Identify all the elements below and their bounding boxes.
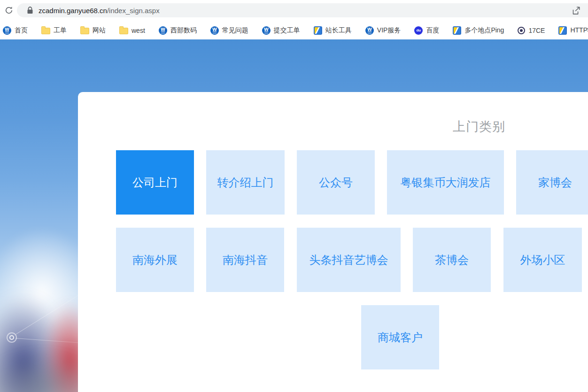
bookmark-baidu[interactable]: 百度 (414, 26, 439, 35)
reload-icon (4, 6, 14, 15)
category-tile-toutiao-douyin-art-expo[interactable]: 头条抖音艺博会 (297, 228, 401, 292)
baidu-paw-icon (414, 26, 423, 35)
bookmark-label: 网站 (93, 26, 106, 35)
bookmark-west-digital[interactable]: 西部数码 (159, 26, 197, 35)
share-button[interactable] (569, 4, 582, 17)
bookmark-website-folder[interactable]: 网站 (80, 26, 106, 35)
map-target-marker (7, 332, 17, 343)
bookmark-vip-service[interactable]: VIP服务 (365, 26, 401, 35)
bookmark-label: 首页 (15, 26, 28, 35)
west-wave-icon (3, 26, 11, 35)
west-wave-icon (365, 26, 374, 35)
bookmark-label: VIP服务 (377, 26, 401, 35)
page-title: 上门类别 (399, 118, 559, 135)
browser-toolbar: zcadmin.ganyue68.cn/index_sign.aspx (0, 0, 588, 21)
category-tile-mall-customer[interactable]: 商城客户 (361, 305, 439, 369)
bookmark-label: 工单 (54, 26, 67, 35)
bookmark-webmaster-tools[interactable]: 站长工具 (314, 26, 352, 35)
bookmark-faq[interactable]: 常见问题 (210, 26, 248, 35)
category-card: 上门类别 公司上门 转介绍上门 公众号 粤银集币大润发店 家博会 南海外展 南海… (78, 92, 588, 392)
bookmark-17ce[interactable]: 17CE (518, 26, 545, 34)
bookmark-multi-ping[interactable]: 多个地点Ping (453, 26, 504, 35)
bookmark-label: 常见问题 (222, 26, 248, 35)
west-wave-icon (262, 26, 271, 35)
bookmark-label: 百度 (426, 26, 439, 35)
bookmark-label: west (132, 27, 145, 34)
category-tile-outdoor-community[interactable]: 外场小区 (503, 228, 582, 292)
chinaz-icon (314, 26, 322, 35)
bookmark-label: 提交工单 (274, 26, 300, 35)
category-tile-yueyin-darunfa-store[interactable]: 粤银集币大润发店 (387, 150, 504, 215)
category-tile-referral-visit[interactable]: 转介绍上门 (206, 150, 285, 215)
bookmarks-bar: 首页 工单 网站 west 西部数码 常见问题 提交工单 站长工具 VIP服务 … (0, 21, 588, 39)
bookmark-http-status[interactable]: HTTP状 (558, 26, 588, 35)
lock-icon (27, 7, 33, 14)
category-tile-nanhai-douyin[interactable]: 南海抖音 (206, 228, 284, 292)
bookmark-label: 17CE (528, 27, 545, 34)
category-tile-tea-expo[interactable]: 茶博会 (413, 228, 491, 292)
bookmark-home[interactable]: 首页 (3, 26, 28, 35)
page-background: 上门类别 公司上门 转介绍上门 公众号 粤银集币大润发店 家博会 南海外展 南海… (0, 39, 588, 392)
url-bar[interactable]: zcadmin.ganyue68.cn/index_sign.aspx (17, 3, 588, 17)
category-tile-company-visit[interactable]: 公司上门 (116, 150, 194, 215)
url-host: zcadmin.ganyue68.cn (39, 7, 107, 15)
chinaz-icon (558, 26, 567, 35)
west-wave-icon (159, 26, 167, 35)
category-tile-official-account[interactable]: 公众号 (297, 150, 375, 215)
bookmark-label: 站长工具 (325, 26, 352, 35)
eye-icon (518, 27, 525, 34)
bookmark-submit-ticket[interactable]: 提交工单 (262, 26, 300, 35)
folder-icon (41, 28, 50, 34)
bookmark-west-folder[interactable]: west (119, 26, 145, 34)
share-icon (571, 6, 581, 16)
bookmark-label: 西部数码 (170, 26, 197, 35)
reload-button[interactable] (3, 4, 15, 16)
folder-icon (80, 28, 89, 34)
folder-icon (119, 28, 128, 34)
west-wave-icon (210, 26, 219, 35)
bookmark-label: 多个地点Ping (464, 26, 504, 35)
category-tile-nanhai-exhibition[interactable]: 南海外展 (116, 228, 194, 292)
category-tile-home-expo[interactable]: 家博会 (516, 150, 588, 215)
chinaz-icon (453, 26, 461, 35)
url-path: /index_sign.aspx (107, 7, 160, 15)
bookmark-workorder-folder[interactable]: 工单 (41, 26, 67, 35)
url-text: zcadmin.ganyue68.cn/index_sign.aspx (39, 7, 160, 15)
bookmark-label: HTTP状 (570, 26, 588, 35)
